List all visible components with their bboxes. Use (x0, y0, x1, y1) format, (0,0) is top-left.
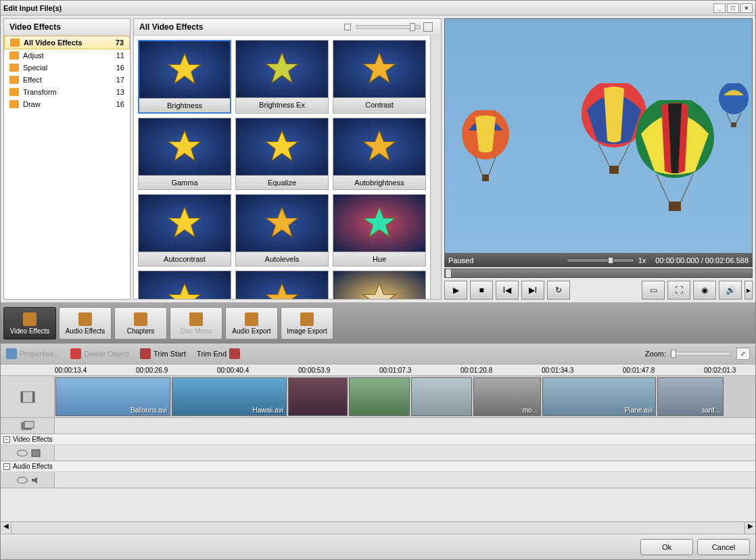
timeline-clip[interactable]: Balloons.avi (55, 377, 170, 416)
effect-item[interactable] (138, 271, 231, 299)
trim-start-button[interactable]: Trim Start (140, 348, 186, 359)
effect-item[interactable] (235, 271, 329, 299)
sidebar-item-label: Special (23, 64, 116, 72)
maximize-button[interactable]: □ (727, 3, 739, 13)
properties-button[interactable]: Properties... (6, 348, 60, 359)
zoom-slider[interactable] (670, 352, 731, 356)
dialog-buttons: Ok Cancel (1, 534, 755, 559)
sidebar-item[interactable]: Draw16 (4, 98, 130, 110)
svg-line-7 (619, 144, 630, 166)
effect-thumb (139, 195, 231, 252)
mode-button[interactable]: Audio Effects (59, 307, 112, 340)
clip-label: Plane.avi (625, 406, 653, 414)
svg-line-11 (681, 174, 693, 202)
thumb-size-small-icon[interactable] (344, 24, 351, 30)
close-button[interactable]: × (740, 3, 753, 13)
effect-item[interactable]: Autobrightness (333, 118, 426, 190)
mode-button[interactable]: Audio Export (225, 307, 278, 340)
effect-label: Autobrightness (333, 175, 425, 189)
video-effects-track-label[interactable]: − Video Effects (1, 434, 755, 445)
effects-categories-sidebar: Video Effects All Video Effects73Adjust1… (3, 18, 131, 300)
eye-icon[interactable] (17, 450, 28, 457)
volume-button[interactable]: 🔊 (719, 281, 742, 300)
cancel-button[interactable]: Cancel (697, 539, 750, 555)
prev-frame-button[interactable]: I◀ (496, 281, 519, 300)
effect-item[interactable]: Autolevels (235, 194, 329, 266)
ruler-mark: 00:01:07.3 (379, 367, 460, 374)
effect-thumb (333, 271, 425, 299)
mode-icon (189, 312, 203, 326)
video-effects-track[interactable] (1, 445, 755, 461)
timeline-clip[interactable]: sanf... (657, 377, 724, 416)
sidebar-item[interactable]: All Video Effects73 (4, 36, 130, 49)
snapshot-button[interactable]: ◉ (693, 281, 716, 300)
mode-icon (78, 312, 92, 326)
mode-icon (134, 312, 147, 326)
svg-rect-21 (32, 450, 40, 457)
trim-end-button[interactable]: Trim End (197, 348, 240, 359)
effect-item[interactable]: Brightness (138, 40, 231, 114)
effects-title: All Video Effects (139, 22, 203, 32)
mode-icon (23, 312, 37, 326)
effect-thumb (333, 195, 425, 252)
timeline-ruler[interactable]: 00:00:13.400:00:26.900:00:40.400:00:53.9… (1, 364, 755, 376)
effects-header: All Video Effects (134, 19, 441, 36)
stop-button[interactable]: ■ (470, 281, 493, 300)
mode-button[interactable]: Image Export (281, 307, 333, 340)
collapse-icon[interactable]: − (3, 436, 10, 443)
sidebar-header: Video Effects (4, 19, 130, 36)
effect-item[interactable] (333, 271, 426, 299)
ok-button[interactable]: Ok (640, 539, 693, 555)
speaker-icon (30, 475, 41, 485)
mode-button[interactable]: Chapters (114, 307, 167, 340)
timeline-clip[interactable]: Plane.avi (542, 377, 656, 416)
timeline-clip[interactable] (411, 377, 472, 416)
timeline-clip[interactable]: mo... (473, 377, 541, 416)
svg-line-6 (598, 144, 609, 166)
collapse-icon[interactable]: − (3, 463, 10, 470)
timeline-hscroll[interactable]: ◀ ▶ (1, 521, 755, 534)
svg-line-10 (657, 174, 669, 202)
window-title: Edit Input File(s) (3, 4, 62, 12)
thumb-size-slider[interactable] (356, 25, 421, 29)
ruler-mark: 00:00:40.4 (217, 367, 298, 374)
thumb-size-large-icon[interactable] (423, 22, 433, 32)
audio-effects-track[interactable] (1, 472, 755, 488)
mode-button: Disc Menu (170, 307, 222, 340)
audio-effects-track-label[interactable]: − Audio Effects (1, 461, 755, 472)
svg-rect-13 (731, 122, 736, 127)
seek-bar[interactable] (444, 269, 753, 278)
effect-item[interactable]: Autocontrast (138, 194, 231, 266)
speed-slider[interactable] (567, 258, 634, 262)
eye-icon[interactable] (17, 477, 28, 484)
effect-item[interactable]: Equalize (235, 118, 329, 190)
mode-label: Chapters (127, 327, 155, 335)
timeline-clip[interactable] (288, 377, 348, 416)
timeline-clip[interactable]: Hawaii.avi (172, 377, 287, 416)
sidebar-item[interactable]: Effect17 (4, 74, 130, 86)
sidebar-item[interactable]: Adjust11 (4, 49, 130, 62)
sidebar-item-label: Adjust (23, 51, 116, 60)
effect-item[interactable]: Contrast (333, 40, 426, 114)
play-button[interactable]: ▶ (444, 281, 467, 300)
effect-item[interactable]: Gamma (138, 118, 231, 190)
loop-button[interactable]: ↻ (547, 281, 570, 300)
effect-item[interactable]: Brightness Ex (235, 40, 329, 114)
zoom-fit-button[interactable]: ⤢ (736, 348, 750, 360)
effect-item[interactable]: Hue (333, 194, 426, 266)
video-clips[interactable]: Balloons.aviHawaii.avimo...Plane.avisanf… (55, 376, 755, 417)
playback-status: Paused (448, 256, 473, 264)
time-sep: / (699, 256, 705, 264)
volume-expand-button[interactable]: ▸ (745, 281, 753, 300)
sidebar-item[interactable]: Special16 (4, 62, 130, 74)
next-frame-button[interactable]: ▶I (521, 281, 544, 300)
effects-scrollbar[interactable] (430, 36, 441, 299)
fullscreen-button[interactable]: ⛶ (667, 281, 690, 300)
sidebar-item[interactable]: Transform13 (4, 86, 130, 98)
effect-label: Autolevels (236, 252, 328, 266)
minimize-button[interactable]: _ (713, 3, 726, 13)
preview-size-button[interactable]: ▭ (642, 281, 665, 300)
mode-button[interactable]: Video Effects (3, 307, 56, 340)
delete-object-button[interactable]: Delete Object (70, 348, 129, 359)
timeline-clip[interactable] (349, 377, 410, 416)
